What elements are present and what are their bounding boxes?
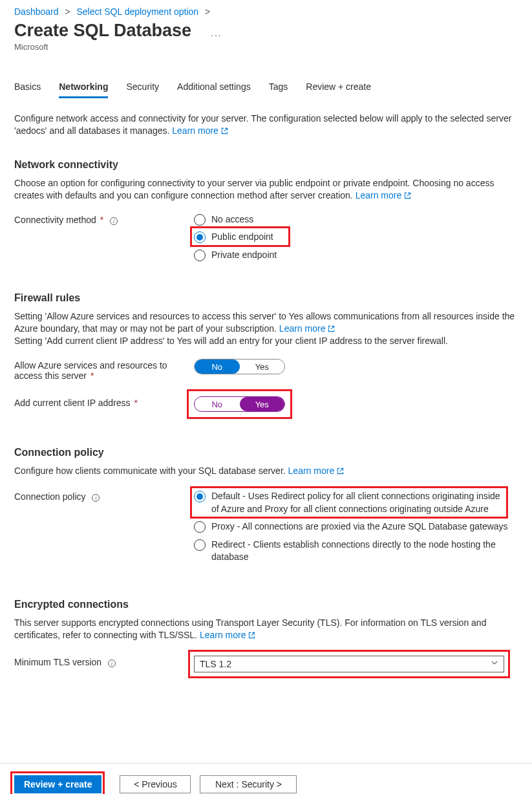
radio-policy-redirect-label: Redirect - Clients establish connections… [211,539,509,564]
radio-policy-default-label: Default - Uses Redirect policy for all c… [211,490,509,515]
breadcrumb-dashboard[interactable]: Dashboard [14,6,59,17]
chevron-right-icon: > [61,6,74,17]
tab-additional-settings[interactable]: Additional settings [177,79,251,98]
network-connectivity-learn-more-link[interactable]: Learn more [356,190,411,200]
required-asterisk: * [90,370,94,381]
connection-policy-field: Connection policy i Default - Uses Redir… [14,490,518,564]
footer-bar: Review + create < Previous Next : Securi… [0,763,532,794]
min-tls-label: Minimum TLS version [14,657,101,667]
radio-public-endpoint-label: Public endpoint [211,231,273,244]
info-icon[interactable]: i [92,494,100,502]
encrypted-learn-more-link[interactable]: Learn more [200,630,255,640]
connection-policy-learn-more-link[interactable]: Learn more [288,466,344,476]
radio-policy-proxy[interactable] [194,521,206,533]
tab-tags[interactable]: Tags [269,79,288,98]
add-ip-toggle[interactable]: No Yes [194,396,285,412]
page-header: Create SQL Database ... Microsoft [14,19,518,52]
external-link-icon [221,127,228,134]
radio-policy-proxy-label: Proxy - All connections are proxied via … [211,520,508,533]
min-tls-field: Minimum TLS version i TLS 1.2 [14,656,518,672]
tab-basics[interactable]: Basics [14,79,41,98]
previous-button[interactable]: < Previous [120,775,191,793]
breadcrumb-select-deployment[interactable]: Select SQL deployment option [76,6,198,17]
radio-private-endpoint[interactable] [194,250,206,261]
firewall-learn-more-link[interactable]: Learn more [279,323,335,334]
connection-policy-desc: Configure how clients communicate with y… [14,465,518,477]
review-create-button[interactable]: Review + create [14,775,101,793]
tab-security[interactable]: Security [126,79,159,98]
allow-azure-field: Allow Azure services and resources to ac… [14,359,518,381]
connection-policy-label: Connection policy [14,491,86,502]
info-icon[interactable]: i [108,660,116,667]
info-icon[interactable]: i [110,217,118,225]
required-asterisk: * [100,215,103,225]
radio-policy-default[interactable] [194,491,206,502]
networking-intro-learn-more-link[interactable]: Learn more [172,125,228,136]
chevron-right-icon: > [201,6,214,17]
radio-public-endpoint[interactable] [194,231,206,243]
allow-azure-yes[interactable]: Yes [240,359,285,374]
network-connectivity-desc: Choose an option for configuring connect… [14,177,518,202]
tab-bar: Basics Networking Security Additional se… [14,79,518,98]
required-asterisk: * [134,398,137,408]
add-ip-field: Add current client IP address * No Yes [14,396,518,412]
min-tls-value: TLS 1.2 [200,659,231,669]
connectivity-method-label: Connectivity method [14,215,96,225]
external-link-icon [337,467,344,475]
next-button[interactable]: Next : Security > [200,775,297,793]
firewall-desc: Setting 'Allow Azure services and resour… [14,310,518,347]
encrypted-connections-desc: This server supports encrypted connectio… [14,617,518,641]
external-link-icon [328,325,335,332]
firewall-rules-heading: Firewall rules [14,292,518,304]
networking-intro: Configure network access and connectivit… [14,113,518,137]
networking-intro-text: Configure network access and connectivit… [14,113,511,136]
chevron-down-icon [491,659,498,669]
page-title: Create SQL Database [14,21,191,41]
external-link-icon [404,192,411,199]
connectivity-method-field: Connectivity method * i No access Public… [14,213,518,262]
more-dots-icon[interactable]: ... [194,28,222,38]
radio-policy-redirect[interactable] [194,539,206,551]
network-connectivity-heading: Network connectivity [14,159,518,171]
radio-no-access-label: No access [211,213,253,226]
radio-no-access[interactable] [194,214,206,226]
allow-azure-toggle[interactable]: No Yes [194,359,285,374]
tab-review-create[interactable]: Review + create [306,79,371,98]
allow-azure-no[interactable]: No [195,359,240,374]
add-ip-label: Add current client IP address [14,398,131,408]
publisher-label: Microsoft [14,42,518,52]
connection-policy-heading: Connection policy [14,447,518,458]
breadcrumb: Dashboard > Select SQL deployment option… [14,0,518,19]
tab-networking[interactable]: Networking [59,79,108,98]
encrypted-connections-heading: Encrypted connections [14,599,518,610]
external-link-icon [248,632,255,639]
radio-private-endpoint-label: Private endpoint [211,249,277,262]
add-ip-yes[interactable]: Yes [240,397,285,411]
add-ip-no[interactable]: No [195,397,240,411]
min-tls-dropdown[interactable]: TLS 1.2 [194,656,504,672]
